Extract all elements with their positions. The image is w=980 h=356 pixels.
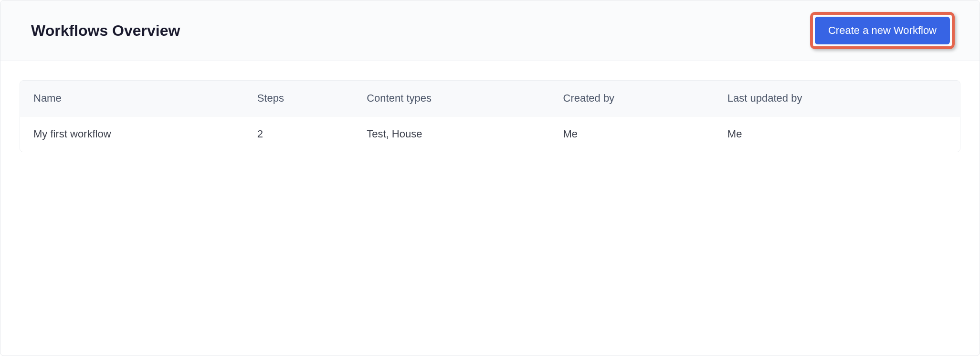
page-header: Workflows Overview Create a new Workflow <box>0 0 980 61</box>
column-header-created-by: Created by <box>563 92 727 105</box>
cell-content-types: Test, House <box>367 128 563 140</box>
column-header-content-types: Content types <box>367 92 563 105</box>
cell-steps: 2 <box>257 128 367 140</box>
table-header-row: Name Steps Content types Created by Last… <box>20 81 960 116</box>
cell-last-updated-by: Me <box>727 128 947 140</box>
table-row[interactable]: My first workflow 2 Test, House Me Me <box>20 116 960 152</box>
cell-name: My first workflow <box>33 128 257 140</box>
cell-created-by: Me <box>563 128 727 140</box>
create-workflow-button[interactable]: Create a new Workflow <box>815 17 950 44</box>
page-title: Workflows Overview <box>31 22 180 40</box>
workflows-table: Name Steps Content types Created by Last… <box>20 80 960 152</box>
create-button-highlight: Create a new Workflow <box>810 12 955 49</box>
content-area: Name Steps Content types Created by Last… <box>0 61 980 152</box>
column-header-steps: Steps <box>257 92 367 105</box>
column-header-name: Name <box>33 92 257 105</box>
column-header-last-updated-by: Last updated by <box>727 92 947 105</box>
